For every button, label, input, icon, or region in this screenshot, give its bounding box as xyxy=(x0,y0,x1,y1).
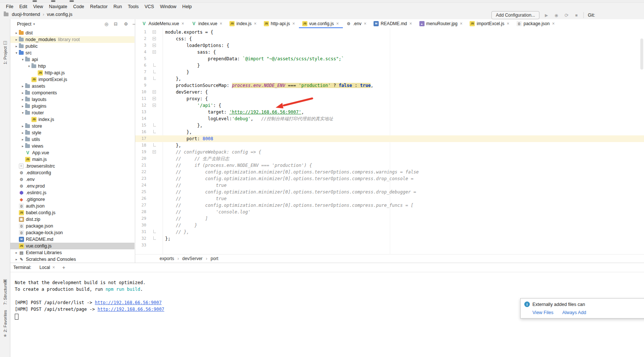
code-line[interactable]: 5 prependData: `@import "~@/assets/scss/… xyxy=(135,55,644,62)
fold-marker[interactable] xyxy=(153,104,156,107)
chevron-right-icon[interactable] xyxy=(20,144,25,148)
chevron-right-icon[interactable] xyxy=(20,84,25,88)
code-line[interactable]: 15 }, xyxy=(135,122,644,129)
code-line[interactable]: 7 } xyxy=(135,69,644,75)
close-icon[interactable] xyxy=(409,21,413,26)
chevron-right-icon[interactable] xyxy=(14,38,19,41)
tree-item[interactable]: README.md xyxy=(10,236,134,243)
tree-item[interactable]: index.js xyxy=(10,116,134,123)
code-line[interactable]: 22 // config.optimization.minimizer[0].o… xyxy=(135,169,644,175)
terminal-tab-local[interactable]: Local xyxy=(37,264,58,271)
menu-item-file[interactable]: File xyxy=(3,3,16,10)
code-line[interactable]: 30 // } xyxy=(135,222,644,229)
close-icon[interactable] xyxy=(363,21,367,26)
chevron-down-icon[interactable] xyxy=(33,22,35,26)
tree-item[interactable]: package.json xyxy=(10,223,134,229)
favorites-star-icon[interactable] xyxy=(3,333,8,338)
chevron-right-icon[interactable] xyxy=(20,124,25,128)
close-icon[interactable] xyxy=(336,21,340,26)
breadcrumb-item[interactable]: vue.config.js xyxy=(41,12,73,17)
code-line[interactable]: 11 proxy: { xyxy=(135,95,644,102)
chevron-down-icon[interactable] xyxy=(27,64,31,68)
tool-window-structure-button[interactable]: 7: Structure xyxy=(3,283,7,305)
code-line[interactable]: 9 productionSourceMap: process.env.NODE_… xyxy=(135,82,644,89)
debug-icon[interactable] xyxy=(553,12,559,18)
fold-marker[interactable] xyxy=(153,90,156,94)
code-line[interactable]: 24 // true xyxy=(135,182,644,189)
chevron-right-icon[interactable] xyxy=(20,91,25,95)
editor-tab[interactable]: http-api.js xyxy=(260,19,299,28)
editor-tab[interactable]: package.json xyxy=(513,19,559,28)
fold-marker[interactable] xyxy=(153,97,156,100)
tree-item[interactable]: assets xyxy=(10,83,134,90)
tool-window-project-button[interactable]: 1: Project xyxy=(3,46,7,64)
code-line[interactable]: 32}; xyxy=(135,235,644,242)
menu-item-run[interactable]: Run xyxy=(110,3,125,10)
editor-breadcrumb-item[interactable]: exports xyxy=(160,256,174,261)
editor-tab[interactable]: importExcel.js xyxy=(466,19,513,28)
editor-tab[interactable]: README.md xyxy=(370,19,416,28)
tree-item[interactable]: store xyxy=(10,123,134,129)
close-icon[interactable] xyxy=(459,21,463,26)
menu-item-refactor[interactable]: Refactor xyxy=(87,3,110,10)
editor-tab[interactable]: menuRouter.jpg xyxy=(416,19,467,28)
tree-item[interactable]: style xyxy=(10,129,134,136)
terminal-link[interactable]: http://192.168.66.56:9007 xyxy=(98,307,164,312)
code-line[interactable]: 2 css: { xyxy=(135,36,644,42)
code-line[interactable]: 29 // ] xyxy=(135,215,644,222)
chevron-right-icon[interactable] xyxy=(14,44,19,48)
code-line[interactable]: 28 // 'console.log' xyxy=(135,209,644,215)
menu-item-view[interactable]: View xyxy=(30,3,46,10)
run-icon[interactable] xyxy=(544,12,549,18)
chevron-right-icon[interactable] xyxy=(20,138,25,141)
tree-item[interactable]: components xyxy=(10,90,134,96)
editor-breadcrumb-item[interactable]: port xyxy=(202,256,218,261)
tree-item[interactable]: main.js xyxy=(10,156,134,163)
tree-item[interactable]: .env xyxy=(10,176,134,183)
menu-item-navigate[interactable]: Navigate xyxy=(46,3,70,10)
code-line[interactable]: 12 '/api': { xyxy=(135,102,644,109)
code-line[interactable]: 27 // config.optimization.minimizer[0].o… xyxy=(135,202,644,209)
code-line[interactable]: 6 } xyxy=(135,62,644,69)
tree-item[interactable]: package-lock.json xyxy=(10,229,134,236)
tree-item[interactable]: views xyxy=(10,143,134,149)
chevron-down-icon[interactable] xyxy=(14,51,19,55)
tree-item[interactable]: dist.zip xyxy=(10,216,134,223)
close-icon[interactable] xyxy=(552,21,555,26)
chevron-right-icon[interactable] xyxy=(14,31,19,35)
fold-marker[interactable] xyxy=(153,50,156,54)
terminal-link[interactable]: http://192.168.66.56:9007 xyxy=(95,300,162,305)
code-line[interactable]: 19 // configureWebpack: config => { xyxy=(135,149,644,155)
tree-item[interactable]: http-api.js xyxy=(10,70,134,76)
code-line[interactable]: 4 sass: { xyxy=(135,49,644,55)
code-line[interactable]: 16 }, xyxy=(135,129,644,135)
chevron-right-icon[interactable] xyxy=(14,251,19,255)
close-icon[interactable] xyxy=(52,265,55,270)
tree-item[interactable]: utils xyxy=(10,136,134,143)
chevron-right-icon[interactable] xyxy=(14,257,19,261)
menu-item-window[interactable]: Window xyxy=(157,3,179,10)
collapse-all-icon[interactable] xyxy=(113,21,119,27)
tree-item[interactable]: src xyxy=(10,50,134,56)
stop-icon[interactable] xyxy=(573,12,579,18)
fold-marker[interactable] xyxy=(153,44,156,47)
tree-item[interactable]: plugins xyxy=(10,103,134,110)
chevron-right-icon[interactable] xyxy=(20,131,25,135)
fold-marker[interactable] xyxy=(153,30,156,34)
tree-item[interactable]: api xyxy=(10,56,134,63)
tree-item[interactable]: node_moduleslibrary root xyxy=(10,36,134,43)
tree-item[interactable]: vue.config.js xyxy=(10,243,134,249)
editor-scrollbar[interactable] xyxy=(640,38,643,70)
code-line[interactable]: 1module.exports = { xyxy=(135,29,644,36)
project-tool-icon[interactable] xyxy=(3,40,8,45)
code-line[interactable]: 13 target: 'http://192.168.66.56:9007', xyxy=(135,109,644,115)
tree-item[interactable]: layouts xyxy=(10,96,134,103)
code-line[interactable]: 17 port: 8008 xyxy=(135,135,644,142)
menu-item-code[interactable]: Code xyxy=(70,3,87,10)
close-icon[interactable] xyxy=(292,21,296,26)
git-widget-label[interactable]: Git: xyxy=(588,13,595,18)
editor-tab[interactable]: index.vue xyxy=(188,19,226,28)
locate-file-icon[interactable] xyxy=(103,21,109,27)
menu-item-help[interactable]: Help xyxy=(179,3,195,10)
tree-item[interactable]: .editorconfig xyxy=(10,169,134,176)
